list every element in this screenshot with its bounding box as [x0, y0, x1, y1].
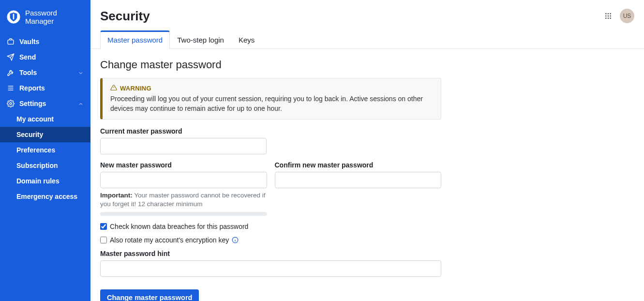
- svg-point-15: [610, 17, 611, 19]
- gear-icon: [7, 100, 15, 107]
- check-breach-checkbox[interactable]: [100, 223, 107, 230]
- sidebar-item-label: Send: [19, 53, 36, 61]
- sidebar-item-settings[interactable]: Settings: [0, 96, 90, 111]
- svg-point-13: [605, 17, 607, 19]
- section-title: Change master password: [100, 59, 634, 71]
- warning-triangle-icon: [110, 84, 117, 92]
- sidebar-subitem-emergency-access[interactable]: Emergency access: [0, 189, 90, 204]
- confirm-password-label: Confirm new master password: [275, 161, 442, 169]
- tab-label: Master password: [107, 36, 163, 44]
- tabs: Master password Two-step login Keys: [90, 30, 644, 49]
- sidebar-item-label: Tools: [19, 69, 37, 76]
- sidebar: Password Manager Vaults Send Tools Repor…: [0, 0, 90, 301]
- main-content: US Security Master password Two-step log…: [90, 0, 644, 301]
- chevron-up-icon: [78, 101, 84, 106]
- svg-point-11: [608, 15, 609, 17]
- confirm-password-input[interactable]: [275, 172, 442, 188]
- brand-name: Password Manager: [25, 9, 84, 25]
- sidebar-subitem-preferences[interactable]: Preferences: [0, 142, 90, 158]
- sidebar-item-label: Emergency access: [16, 193, 77, 200]
- sidebar-item-tools[interactable]: Tools: [0, 65, 90, 80]
- new-password-helper: Important: Your master password cannot b…: [100, 191, 267, 209]
- hint-label: Master password hint: [100, 250, 441, 257]
- sidebar-item-reports[interactable]: Reports: [0, 80, 90, 96]
- warning-body: Proceeding will log you out of your curr…: [110, 94, 433, 113]
- paper-plane-icon: [7, 53, 15, 61]
- warning-label: WARNING: [120, 85, 151, 92]
- warning-callout: WARNING Proceeding will log you out of y…: [100, 78, 441, 120]
- sidebar-item-label: Vaults: [19, 38, 39, 45]
- sidebar-item-label: Settings: [19, 100, 46, 107]
- sidebar-item-label: My account: [16, 115, 54, 123]
- hint-input[interactable]: [100, 260, 441, 277]
- svg-point-8: [608, 13, 609, 15]
- tab-keys[interactable]: Keys: [231, 30, 262, 49]
- chevron-down-icon: [78, 70, 84, 75]
- sidebar-item-vaults[interactable]: Vaults: [0, 34, 90, 49]
- shield-logo-icon: [7, 10, 20, 24]
- sidebar-subitem-security[interactable]: Security: [0, 127, 90, 142]
- change-password-button[interactable]: Change master password: [100, 289, 199, 301]
- sidebar-item-send[interactable]: Send: [0, 49, 90, 65]
- check-breach-label: Check known data breaches for this passw…: [110, 223, 248, 230]
- svg-point-20: [235, 239, 236, 239]
- new-password-label: New master password: [100, 161, 267, 169]
- brand: Password Manager: [0, 0, 90, 34]
- svg-point-10: [605, 15, 607, 17]
- list-icon: [7, 84, 15, 92]
- svg-point-9: [610, 13, 611, 15]
- svg-point-6: [10, 103, 12, 105]
- sidebar-item-label: Preferences: [16, 146, 55, 154]
- tab-two-step-login[interactable]: Two-step login: [170, 30, 231, 49]
- wrench-icon: [7, 69, 15, 76]
- page-title: Security: [100, 9, 634, 24]
- apps-grid-icon[interactable]: [604, 12, 612, 20]
- current-password-input[interactable]: [100, 138, 267, 154]
- current-password-label: Current master password: [100, 127, 267, 135]
- sidebar-item-label: Reports: [19, 84, 45, 92]
- sidebar-item-label: Domain rules: [16, 177, 60, 185]
- helper-strong: Important:: [100, 192, 133, 199]
- svg-point-7: [605, 13, 607, 15]
- sidebar-subitem-domain-rules[interactable]: Domain rules: [0, 173, 90, 189]
- rotate-key-checkbox[interactable]: [100, 237, 107, 243]
- sidebar-subitem-my-account[interactable]: My account: [0, 111, 90, 127]
- svg-point-12: [610, 15, 611, 17]
- button-label: Change master password: [107, 294, 192, 301]
- briefcase-icon: [7, 38, 15, 45]
- tab-label: Two-step login: [177, 36, 224, 44]
- info-circle-icon[interactable]: [232, 237, 239, 243]
- sidebar-item-label: Subscription: [16, 162, 58, 169]
- tab-master-password[interactable]: Master password: [100, 30, 170, 49]
- password-strength-meter: [100, 212, 267, 216]
- rotate-key-label: Also rotate my account's encryption key: [110, 236, 229, 244]
- avatar[interactable]: US: [620, 9, 634, 23]
- tab-label: Keys: [239, 36, 255, 44]
- svg-point-14: [608, 17, 609, 19]
- sidebar-item-label: Security: [16, 131, 43, 138]
- svg-rect-2: [8, 40, 14, 45]
- avatar-initials: US: [623, 13, 631, 19]
- sidebar-subitem-subscription[interactable]: Subscription: [0, 158, 90, 173]
- new-password-input[interactable]: [100, 172, 267, 188]
